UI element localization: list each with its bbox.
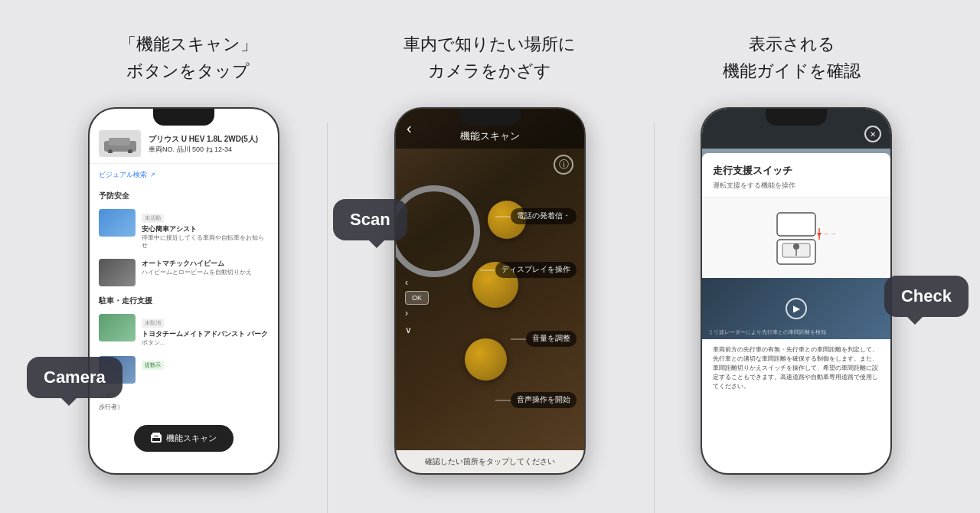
chevron-right[interactable]: › xyxy=(405,308,429,319)
feature-desc-1: 停車中に接近してくる車両や自転車をお知らせ xyxy=(142,234,269,250)
chevron-left[interactable]: ‹ xyxy=(405,277,429,288)
label-arrow-3 xyxy=(511,338,526,339)
phone3-wrapper: ✕ 走行支援スイッチ 運転支援をする機能を操作 xyxy=(701,107,892,475)
step1-line1: 「機能スキャン」 xyxy=(119,34,257,54)
nav-chevrons[interactable]: ‹ OK › ∨ xyxy=(405,277,429,335)
step-titles-row: 「機能スキャン」 ボタンをタップ 車内で知りたい場所に カメラをかざす 表示され… xyxy=(0,0,980,100)
feature-name-1: 安心簡車アシスト xyxy=(142,224,269,234)
label-arrow-2 xyxy=(480,270,495,270)
step2-line2: カメラをかざす xyxy=(428,61,551,80)
feature-text-1: 未活動 安心簡車アシスト 停車中に接近してくる車両や自転車をお知らせ xyxy=(142,209,269,250)
feature-item-2: オートマチックハイビーム ハイビームとロービームを自動切りかえ xyxy=(90,254,278,291)
camera-icon xyxy=(151,434,162,443)
phone2-screen: ‹ 機能スキャン ⓘ 電話の発着信・ ディスプレイを操作 音量を調整 xyxy=(396,109,584,473)
check-tooltip: Check xyxy=(884,276,969,317)
walker-text: 歩行者） xyxy=(90,403,278,411)
steering-wheel xyxy=(394,185,480,277)
close-button[interactable]: ✕ xyxy=(864,126,881,142)
label-arrow-4 xyxy=(495,400,511,400)
car-number: 車両NO. 品川 500 ね 12-34 xyxy=(149,145,258,155)
result-sub: 運転支援をする機能を操作 xyxy=(713,181,880,191)
phones-row: Camera プリウス U HEV 1.8L 2WD( xyxy=(0,100,980,513)
feature-item-3: 未取消 トヨタチームメイトアドバンスト パーク ボタン... xyxy=(90,309,278,351)
car-diagram-svg: ←→ xyxy=(750,205,842,270)
label-display: ディスプレイを操作 xyxy=(495,262,577,278)
badge-inactive-3: 未取消 xyxy=(142,319,164,328)
feature-thumb-3 xyxy=(99,314,136,341)
svg-marker-16 xyxy=(817,233,822,237)
bottom-instruction: 確認したい箇所をタップしてください xyxy=(396,450,584,473)
feature-text-2: オートマチックハイビーム ハイビームとロービームを自動切りかえ xyxy=(142,259,252,276)
chevron-down[interactable]: ∨ xyxy=(405,325,429,335)
back-button[interactable]: ‹ xyxy=(407,119,412,137)
phone3: ✕ 走行支援スイッチ 運転支援をする機能を操作 xyxy=(701,107,892,475)
section2-title: 駐車・走行支援 xyxy=(90,291,278,309)
play-button[interactable]: ▶ xyxy=(786,298,807,319)
phone2: ‹ 機能スキャン ⓘ 電話の発着信・ ディスプレイを操作 音量を調整 xyxy=(394,107,586,475)
badge-active-4: 提数示 xyxy=(142,361,164,370)
step2-line1: 車内で知りたい場所に xyxy=(403,34,576,54)
feature-thumb-2 xyxy=(99,259,136,286)
phone1-wrapper: Camera プリウス U HEV 1.8L 2WD( xyxy=(88,107,279,475)
radar-caption: ミリ波レーダーにより先行車との車間距離を検知 xyxy=(708,328,884,336)
label-volume: 音量を調整 xyxy=(526,331,577,347)
phone1: プリウス U HEV 1.8L 2WD(5人) 車両NO. 品川 500 ね 1… xyxy=(88,107,279,475)
step3-line2: 機能ガイドを確認 xyxy=(723,61,861,80)
phone1-screen: プリウス U HEV 1.8L 2WD(5人) 車両NO. 品川 500 ね 1… xyxy=(90,109,278,473)
scan-tooltip: Scan xyxy=(333,199,407,240)
result-title-section: 走行支援スイッチ 運転支援をする機能を操作 xyxy=(702,153,890,198)
feature-name-2: オートマチックハイビーム xyxy=(142,259,252,269)
feature-desc-2: ハイビームとロービームを自動切りかえ xyxy=(142,269,252,276)
svg-rect-1 xyxy=(109,138,130,145)
feature-desc-3: ボタン... xyxy=(142,339,268,347)
video-thumbnail[interactable]: ▶ ミリ波レーダーにより先行車との車間距離を検知 xyxy=(702,278,890,339)
svg-text:←→: ←→ xyxy=(824,230,836,237)
result-panel: 走行支援スイッチ 運転支援をする機能を操作 xyxy=(702,153,890,397)
camera-header-title: 機能スキャン xyxy=(460,129,520,143)
phone2-notch xyxy=(459,109,521,126)
phone2-wrapper: Scan ‹ 機能スキャン ⓘ xyxy=(394,107,586,475)
phone1-notch xyxy=(153,109,214,126)
scan-button-label: 機能スキャン xyxy=(166,433,217,444)
feature-name-3: トヨタチームメイトアドバンスト パーク xyxy=(142,329,268,339)
car-thumbnail xyxy=(99,130,141,157)
external-link-icon: ↗ xyxy=(150,172,155,178)
camera-tooltip: Camera xyxy=(27,357,122,398)
feature-text-3: 未取消 トヨタチームメイトアドバンスト パーク ボタン... xyxy=(142,314,268,347)
step2-title: 車内で知りたい場所に カメラをかざす xyxy=(403,31,576,84)
result-main-title: 走行支援スイッチ xyxy=(713,164,880,178)
car-name: プリウス U HEV 1.8L 2WD(5人) xyxy=(149,134,258,145)
phone3-screen: ✕ 走行支援スイッチ 運転支援をする機能を操作 xyxy=(702,109,890,473)
step3-title: 表示される 機能ガイドを確認 xyxy=(723,31,861,84)
ok-button[interactable]: OK xyxy=(405,291,429,305)
step1-line2: ボタンをタップ xyxy=(126,61,250,80)
visual-search-link[interactable]: ビジュアル検索 ↗ xyxy=(90,164,278,186)
step3-line1: 表示される xyxy=(749,34,835,54)
divider2 xyxy=(654,123,655,513)
feature-thumb-1 xyxy=(99,209,136,237)
feature-item: 未活動 安心簡車アシスト 停車中に接近してくる車両や自転車をお知らせ xyxy=(90,204,278,254)
label-voice: 音声操作を開始 xyxy=(511,392,577,408)
diagram-area: ←→ xyxy=(702,198,890,278)
step1-title: 「機能スキャン」 ボタンをタップ xyxy=(119,31,257,84)
divider1 xyxy=(327,123,328,513)
feature-text-4: 提数示 xyxy=(142,356,164,371)
label-phone-calls: 電話の発着信・ xyxy=(511,208,577,224)
car-info: プリウス U HEV 1.8L 2WD(5人) 車両NO. 品川 500 ね 1… xyxy=(149,134,258,155)
result-description: 車両前方の先行車の有無・先行車との車間距離を判定して、先行車との適切な車間距離を… xyxy=(702,339,890,397)
scan-button[interactable]: 機能スキャン xyxy=(134,425,234,452)
phone3-notch xyxy=(766,109,827,126)
visual-search-label: ビジュアル検索 xyxy=(99,170,147,180)
svg-rect-14 xyxy=(777,213,815,236)
svg-point-12 xyxy=(793,243,799,250)
label-arrow-1 xyxy=(495,216,511,217)
golden-btn-3 xyxy=(465,338,507,381)
section1-title: 予防安全 xyxy=(90,186,278,204)
badge-inactive-1: 未活動 xyxy=(142,214,164,223)
